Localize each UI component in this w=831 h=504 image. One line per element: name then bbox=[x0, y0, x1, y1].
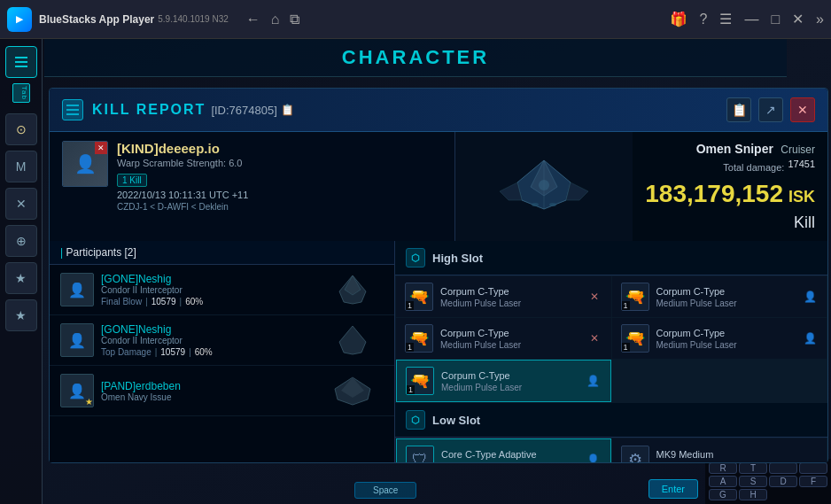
low-slot-grid: 🛡 1 Core C-Type Adaptive Armor Hardener … bbox=[395, 438, 827, 462]
key-a[interactable]: A bbox=[709, 476, 737, 487]
item-icon-3: 🔫 1 bbox=[405, 324, 433, 353]
sidebar-btn-2[interactable]: M bbox=[5, 151, 37, 182]
key-h[interactable]: H bbox=[739, 489, 767, 500]
participant-ship-2: Condor II Interceptor bbox=[101, 336, 315, 345]
sidebar-btn-4[interactable]: ⊕ bbox=[5, 225, 37, 257]
space-button[interactable]: Space bbox=[354, 482, 416, 499]
panel-id: [ID:7674805] bbox=[211, 104, 276, 117]
isk-label: ISK bbox=[788, 188, 815, 206]
sidebar-btn-5[interactable]: ★ bbox=[5, 262, 37, 294]
victim-info: [KIND]deeeep.io Warp Scramble Strength: … bbox=[117, 141, 442, 212]
item-info-3: Corpum C-Type Medium Pulse Laser bbox=[440, 327, 579, 349]
svg-marker-10 bbox=[339, 326, 366, 354]
panel-actions: 📋 ↗ ✕ bbox=[726, 97, 815, 122]
item-action-person-5[interactable]: 👤 bbox=[586, 373, 602, 389]
participant-ship-img-1 bbox=[322, 272, 384, 307]
title-bar-right: 🎁 ? ☰ — □ ✕ » bbox=[670, 11, 824, 27]
ship-image bbox=[473, 151, 615, 222]
participant-item-3[interactable]: 👤 ★ [PAND]erdbeben Omen Navy Issue bbox=[50, 366, 394, 416]
panel-title: KILL REPORT bbox=[92, 102, 206, 118]
low-item-icon-2: ⚙ bbox=[621, 446, 649, 462]
panel-menu-icon[interactable] bbox=[62, 99, 83, 120]
high-slot-label: High Slot bbox=[432, 252, 483, 265]
item-icon-5: 🔫 1 bbox=[406, 367, 434, 395]
high-slot-item-4[interactable]: 🔫 1 Corpum C-Type Medium Pulse Laser 👤 bbox=[612, 318, 827, 359]
key-t[interactable]: T bbox=[739, 462, 767, 474]
victim-avatar: ✕ 👤 bbox=[62, 141, 108, 187]
low-slot-icon: ⬡ bbox=[406, 410, 425, 430]
low-slot-header: ⬡ Low Slot bbox=[395, 403, 827, 438]
item-action-person-2[interactable]: 👤 bbox=[802, 289, 818, 305]
ship-name: Omen Sniper bbox=[696, 142, 773, 156]
sidebar-btn-6[interactable]: ★ bbox=[5, 299, 37, 331]
clipboard-button[interactable]: 📋 bbox=[726, 97, 751, 122]
high-slot-grid: 🔫 1 Corpum C-Type Medium Pulse Laser ✕ 🔫 bbox=[395, 275, 827, 403]
maximize-button[interactable]: □ bbox=[771, 12, 780, 27]
section-label: CHARACTER bbox=[44, 39, 787, 77]
participant-avatar-2: 👤 bbox=[60, 323, 94, 357]
participant-avatar-1: 👤 bbox=[60, 273, 94, 306]
participant-info-2: [GONE]Neshig Condor II Interceptor Top D… bbox=[101, 323, 315, 357]
gift-button[interactable]: 🎁 bbox=[670, 11, 687, 27]
key-y[interactable] bbox=[769, 462, 797, 474]
low-slot-item-1[interactable]: 🛡 1 Core C-Type Adaptive Armor Hardener … bbox=[396, 438, 611, 462]
panel-close-button[interactable]: ✕ bbox=[790, 97, 815, 122]
stat-label-2: Top Damage bbox=[101, 347, 151, 357]
low-slot-label: Low Slot bbox=[432, 414, 480, 427]
item-count-2: 1 bbox=[622, 301, 630, 310]
close-window-button[interactable]: ✕ bbox=[792, 11, 804, 27]
kill-location: CZDJ-1 < D-AWFI < Deklein bbox=[117, 202, 442, 212]
high-slot-item-1[interactable]: 🔫 1 Corpum C-Type Medium Pulse Laser ✕ bbox=[396, 276, 611, 317]
svg-point-5 bbox=[539, 180, 549, 190]
help-button[interactable]: ? bbox=[700, 12, 708, 27]
key-f[interactable]: F bbox=[799, 476, 827, 487]
keyboard-overlay: R T A S D F G H bbox=[705, 459, 831, 504]
key-d[interactable]: D bbox=[769, 476, 797, 487]
sidebar-menu-button[interactable] bbox=[5, 46, 37, 78]
enter-button[interactable]: Enter bbox=[648, 479, 698, 499]
item-icon-2: 🔫 1 bbox=[621, 283, 649, 311]
menu-button[interactable]: ☰ bbox=[719, 11, 732, 27]
title-bar: ▶ BlueStacks App Player 5.9.140.1019 N32… bbox=[0, 0, 831, 39]
home-button[interactable]: ⌂ bbox=[271, 12, 280, 27]
item-info-1: Corpum C-Type Medium Pulse Laser bbox=[440, 285, 579, 307]
item-action-close-1[interactable]: ✕ bbox=[586, 289, 602, 305]
item-info-5: Corpum C-Type Medium Pulse Laser bbox=[441, 369, 579, 392]
sidebar-btn-3[interactable]: ✕ bbox=[5, 188, 37, 220]
participant-ship-img-2 bbox=[322, 322, 384, 358]
participant-info-1: [GONE]Neshig Condor II Interceptor Final… bbox=[101, 273, 315, 306]
item-action-close-3[interactable]: ✕ bbox=[586, 330, 602, 346]
key-s[interactable]: S bbox=[739, 476, 767, 487]
item-count-1: 1 bbox=[406, 301, 414, 310]
participant-item-2[interactable]: 👤 [GONE]Neshig Condor II Interceptor Top… bbox=[50, 315, 394, 366]
participant-item[interactable]: 👤 [GONE]Neshig Condor II Interceptor Fin… bbox=[50, 265, 394, 315]
item-action-person-4[interactable]: 👤 bbox=[802, 330, 818, 346]
key-g[interactable]: G bbox=[709, 489, 737, 500]
item-icon-1: 🔫 1 bbox=[405, 283, 433, 311]
back-button[interactable]: ← bbox=[246, 12, 260, 27]
low-item-name-1: Core C-Type Adaptive bbox=[441, 448, 579, 461]
participant-stats-1: Final Blow | 10579 | 60% bbox=[101, 297, 315, 306]
low-item-action-1[interactable]: 👤 bbox=[586, 452, 602, 462]
minimize-button[interactable]: — bbox=[744, 12, 758, 27]
sidebar-btn-1[interactable]: ⊙ bbox=[5, 113, 37, 145]
stat-pct-1: 60% bbox=[185, 297, 203, 306]
participants-count: [2] bbox=[125, 246, 136, 259]
stat-damage-1: 10579 bbox=[151, 297, 176, 306]
item-sub-1: Medium Pulse Laser bbox=[440, 299, 579, 308]
game-area: Tab ⊙ M ✕ ⊕ ★ ★ CHARACTER KILL REPORT [I… bbox=[0, 39, 831, 504]
victim-section: ✕ 👤 [KIND]deeeep.io Warp Scramble Streng… bbox=[50, 132, 455, 241]
low-slot-item-2[interactable]: ⚙ MK9 Medium Microwarpdrive bbox=[612, 438, 827, 462]
panel-id-icon: 📋 bbox=[281, 104, 294, 116]
high-slot-item-3[interactable]: 🔫 1 Corpum C-Type Medium Pulse Laser ✕ bbox=[396, 318, 611, 359]
key-r[interactable]: R bbox=[709, 462, 737, 474]
more-button[interactable]: » bbox=[816, 12, 824, 27]
outcome-label: Kill bbox=[645, 213, 815, 232]
share-button[interactable]: ↗ bbox=[758, 97, 783, 122]
high-slot-item-5[interactable]: 🔫 1 Corpum C-Type Medium Pulse Laser 👤 bbox=[396, 360, 611, 402]
total-damage-value: 17451 bbox=[788, 159, 815, 173]
window-button[interactable]: ⧉ bbox=[290, 12, 299, 27]
item-sub-2: Medium Pulse Laser bbox=[656, 299, 796, 308]
high-slot-item-2[interactable]: 🔫 1 Corpum C-Type Medium Pulse Laser 👤 bbox=[612, 276, 827, 317]
participant-avatar-3: 👤 ★ bbox=[60, 374, 94, 407]
